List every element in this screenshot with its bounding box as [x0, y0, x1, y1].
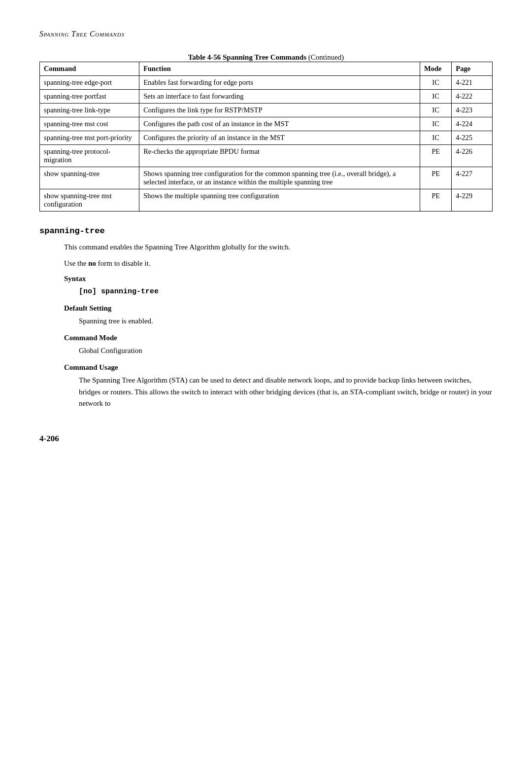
- default-setting-section: Default Setting Spanning tree is enabled…: [64, 304, 493, 327]
- table-caption-prefix: Table 4-56: [188, 53, 221, 61]
- command-usage-label: Command Usage: [64, 363, 493, 372]
- cell-function: Enables fast forwarding for edge ports: [139, 76, 420, 90]
- cell-function: Re-checks the appropriate BPDU format: [139, 145, 420, 167]
- spanning-tree-section: spanning-tree This command enables the S…: [39, 226, 493, 409]
- command-mode-value: Global Configuration: [64, 345, 493, 356]
- syntax-section: Syntax [no] spanning-tree: [64, 275, 493, 297]
- cell-function: Configures the link type for RSTP/MSTP: [139, 104, 420, 117]
- cell-command: spanning-tree mst port-priority: [40, 131, 139, 145]
- syntax-code: [no] spanning-tree: [64, 286, 493, 297]
- cell-mode: PE: [420, 145, 451, 167]
- col-header-command: Command: [40, 62, 139, 76]
- cell-page: 4-227: [452, 167, 493, 189]
- command-mode-label: Command Mode: [64, 334, 493, 342]
- cell-function: Shows spanning tree configuration for th…: [139, 167, 420, 189]
- cell-command: show spanning-tree mst configuration: [40, 189, 139, 211]
- table-caption-title: Spanning Tree Commands: [223, 53, 306, 61]
- cell-mode: IC: [420, 90, 451, 104]
- table-row: show spanning-tree mst configurationShow…: [40, 189, 493, 211]
- cell-page: 4-225: [452, 131, 493, 145]
- syntax-label: Syntax: [64, 275, 493, 283]
- section-description-2: Use the no form to disable it.: [64, 258, 493, 269]
- cell-command: spanning-tree edge-port: [40, 76, 139, 90]
- page-header-title: Spanning Tree Commands: [39, 30, 125, 38]
- cell-page: 4-229: [452, 189, 493, 211]
- cell-command: spanning-tree mst cost: [40, 117, 139, 131]
- section-description-1: This command enables the Spanning Tree A…: [64, 242, 493, 253]
- table-row: spanning-tree protocol-migrationRe-check…: [40, 145, 493, 167]
- cell-page: 4-226: [452, 145, 493, 167]
- cell-mode: IC: [420, 104, 451, 117]
- cell-mode: PE: [420, 189, 451, 211]
- cell-command: spanning-tree portfast: [40, 90, 139, 104]
- command-usage-section: Command Usage The Spanning Tree Algorith…: [64, 363, 493, 409]
- section-body: This command enables the Spanning Tree A…: [39, 242, 493, 409]
- table-row: spanning-tree link-typeConfigures the li…: [40, 104, 493, 117]
- cell-function: Configures the priority of an instance i…: [139, 131, 420, 145]
- table-caption-suffix: (Continued): [308, 53, 344, 61]
- page-header: Spanning Tree Commands: [39, 30, 493, 38]
- col-header-mode: Mode: [420, 62, 451, 76]
- table-row: spanning-tree mst costConfigures the pat…: [40, 117, 493, 131]
- cell-page: 4-223: [452, 104, 493, 117]
- table-caption: Table 4-56 Spanning Tree Commands (Conti…: [39, 53, 493, 62]
- cell-command: show spanning-tree: [40, 167, 139, 189]
- command-mode-section: Command Mode Global Configuration: [64, 334, 493, 356]
- table-row: spanning-tree mst port-priorityConfigure…: [40, 131, 493, 145]
- cell-command: spanning-tree link-type: [40, 104, 139, 117]
- cell-mode: IC: [420, 131, 451, 145]
- cell-function: Configures the path cost of an instance …: [139, 117, 420, 131]
- cell-mode: PE: [420, 167, 451, 189]
- cell-page: 4-221: [452, 76, 493, 90]
- cell-command: spanning-tree protocol-migration: [40, 145, 139, 167]
- default-setting-value: Spanning tree is enabled.: [64, 316, 493, 327]
- cell-mode: IC: [420, 76, 451, 90]
- cell-mode: IC: [420, 117, 451, 131]
- cell-function: Sets an interface to fast forwarding: [139, 90, 420, 104]
- table-row: spanning-tree edge-portEnables fast forw…: [40, 76, 493, 90]
- cell-function: Shows the multiple spanning tree configu…: [139, 189, 420, 211]
- table-row: spanning-tree portfastSets an interface …: [40, 90, 493, 104]
- default-setting-label: Default Setting: [64, 304, 493, 313]
- spanning-tree-commands-table: Command Function Mode Page spanning-tree…: [39, 62, 493, 211]
- no-keyword: no: [88, 259, 96, 267]
- table-row: show spanning-treeShows spanning tree co…: [40, 167, 493, 189]
- cell-page: 4-222: [452, 90, 493, 104]
- command-name: spanning-tree: [39, 226, 493, 236]
- command-usage-text: The Spanning Tree Algorithm (STA) can be…: [64, 375, 493, 409]
- cell-page: 4-224: [452, 117, 493, 131]
- col-header-function: Function: [139, 62, 420, 76]
- col-header-page: Page: [452, 62, 493, 76]
- page-number: 4-206: [39, 434, 59, 443]
- page-footer: 4-206: [39, 434, 493, 444]
